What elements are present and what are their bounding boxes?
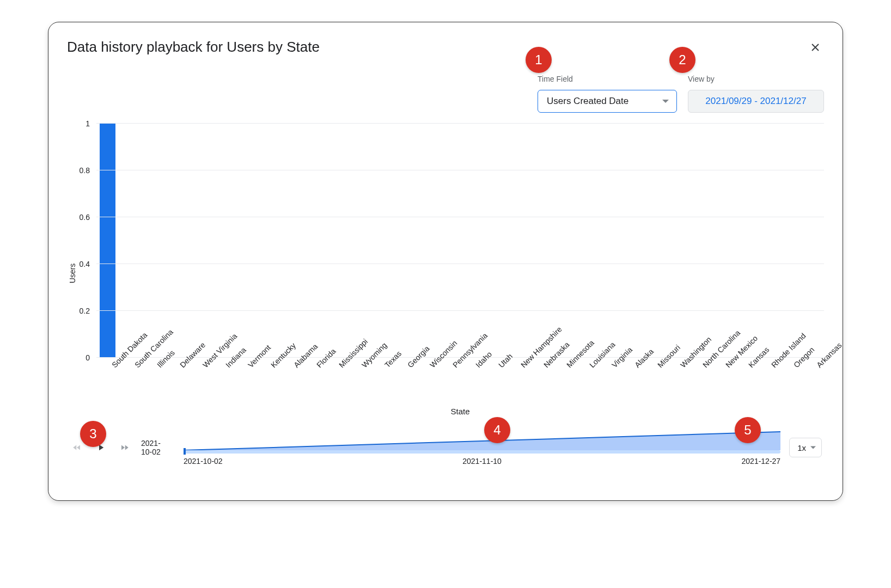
y-tick-label: 0	[86, 353, 90, 362]
y-tick-label: 0.2	[80, 307, 90, 315]
bar-slot	[301, 124, 324, 358]
bar-slot	[392, 124, 415, 358]
x-label-slot: Arkansas	[801, 361, 824, 405]
x-label-slot: Texas	[369, 361, 392, 405]
x-label-slot: Kansas	[733, 361, 756, 405]
x-label-slot: Delaware	[164, 361, 187, 405]
view-by-label: View by	[688, 75, 824, 83]
annotation-badge-5: 5	[735, 417, 761, 443]
gridline	[96, 310, 824, 311]
playback-date-line1: 2021-	[141, 439, 161, 448]
x-label-slot: South Carolina	[119, 361, 142, 405]
x-label-slot: Virginia	[597, 361, 620, 405]
playback-speed-select[interactable]: 1x	[789, 438, 822, 457]
bar-slot	[142, 124, 165, 358]
fast-forward-button[interactable]	[117, 440, 132, 455]
bar-slot	[460, 124, 483, 358]
bar-slot	[506, 124, 529, 358]
x-label-slot: Florida	[301, 361, 324, 405]
y-tick-label: 0.8	[80, 166, 90, 175]
x-label-slot: Indiana	[210, 361, 233, 405]
x-label-slot: Alabama	[278, 361, 301, 405]
playback-date-line2: 10-02	[141, 448, 161, 456]
x-label-slot: Minnesota	[551, 361, 574, 405]
annotation-badge-2: 2	[669, 47, 695, 73]
x-label-slot: North Carolina	[688, 361, 711, 405]
bar-slot	[346, 124, 369, 358]
x-label-slot: Pennsylvania	[437, 361, 460, 405]
y-tick-label: 0.4	[80, 260, 90, 268]
rewind-button[interactable]	[69, 440, 84, 455]
y-axis-label: Users	[68, 264, 77, 284]
x-label-slot: New Mexico	[710, 361, 733, 405]
x-label-slot: South Dakota	[96, 361, 119, 405]
timeline-track	[184, 450, 780, 454]
x-label-slot: Idaho	[460, 361, 483, 405]
x-label-slot: Missouri	[642, 361, 665, 405]
annotation-badge-3: 3	[80, 421, 106, 447]
gridline	[96, 264, 824, 264]
x-label-slot: Oregon	[779, 361, 802, 405]
bar-slot	[369, 124, 392, 358]
bar-slot	[801, 124, 824, 358]
x-label-slot: Nebraska	[528, 361, 551, 405]
chevron-down-icon	[662, 100, 669, 103]
view-by-control: View by 2021/09/29 - 2021/12/27	[688, 75, 824, 113]
timeline-handle[interactable]	[184, 448, 186, 455]
bar-slot	[233, 124, 256, 358]
y-tick-label: 1	[86, 119, 90, 128]
timeline-tick-start: 2021-10-02	[184, 457, 223, 465]
x-label-slot: Vermont	[233, 361, 256, 405]
date-range-picker[interactable]: 2021/09/29 - 2021/12/27	[688, 90, 824, 113]
x-label-slot: New Hampshire	[506, 361, 529, 405]
timeline[interactable]: 2021-10-02 2021-11-10 2021-12-27	[184, 430, 780, 465]
x-label-slot: Georgia	[392, 361, 415, 405]
bar-slot	[619, 124, 642, 358]
y-tick-label: 0.6	[80, 213, 90, 222]
x-axis-labels: South DakotaSouth CarolinaIllinoisDelawa…	[96, 361, 824, 405]
x-label-slot: Utah	[483, 361, 506, 405]
time-field-control: Time Field Users Created Date	[538, 75, 677, 113]
chart-bars	[96, 124, 824, 358]
bar-slot	[210, 124, 233, 358]
gridline	[96, 170, 824, 170]
timeline-ticks: 2021-10-02 2021-11-10 2021-12-27	[184, 457, 780, 465]
bar-slot	[164, 124, 187, 358]
date-range-value: 2021/09/29 - 2021/12/27	[705, 96, 806, 107]
bar-slot	[551, 124, 574, 358]
time-field-select[interactable]: Users Created Date	[538, 90, 677, 113]
gridline	[96, 217, 824, 217]
x-label-slot: Mississippi	[324, 361, 347, 405]
x-label-slot: Washington	[665, 361, 688, 405]
gridline	[96, 123, 824, 124]
timeline-sparkline	[184, 430, 780, 454]
bar-slot	[415, 124, 438, 358]
timeline-tick-mid: 2021-11-10	[462, 457, 502, 465]
x-label-slot: Kentucky	[255, 361, 278, 405]
bar-slot	[710, 124, 733, 358]
bar-slot	[187, 124, 210, 358]
bar-slot	[756, 124, 779, 358]
annotation-badge-1: 1	[526, 47, 552, 73]
x-axis-label: State	[96, 407, 824, 416]
bar-slot	[324, 124, 347, 358]
timeline-tick-end: 2021-12-27	[742, 457, 781, 465]
bar-slot	[119, 124, 142, 358]
bar-slot	[642, 124, 665, 358]
x-label-slot: Rhode Island	[756, 361, 779, 405]
time-field-label: Time Field	[538, 75, 677, 83]
controls-row: Time Field Users Created Date View by 20…	[67, 75, 824, 113]
close-icon[interactable]	[808, 40, 823, 55]
bar-slot	[688, 124, 711, 358]
bar-slot	[528, 124, 551, 358]
x-label-slot: Alaska	[619, 361, 642, 405]
time-field-value: Users Created Date	[547, 96, 628, 107]
bar-slot	[437, 124, 460, 358]
x-label-slot: Wisconsin	[415, 361, 438, 405]
bar[interactable]	[100, 124, 115, 358]
x-label-slot: Louisiana	[574, 361, 597, 405]
playback-current-date: 2021- 10-02	[141, 439, 175, 456]
dialog-header: Data history playback for Users by State	[67, 39, 824, 56]
bar-slot	[574, 124, 597, 358]
bar-slot	[255, 124, 278, 358]
